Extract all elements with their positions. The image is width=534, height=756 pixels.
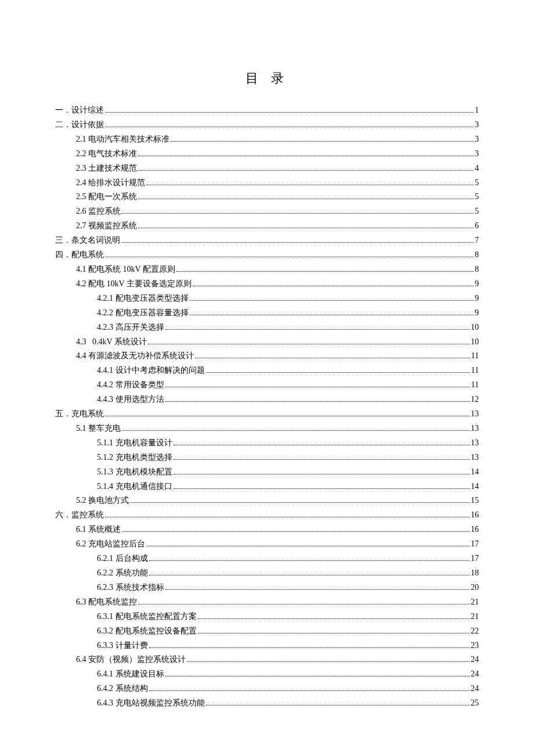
toc-leader-dots	[146, 177, 474, 185]
toc-entry: 6.3.3 计量计费23	[97, 639, 479, 653]
toc-entry: 六．监控系统16	[55, 508, 479, 523]
toc-entry-label: 6.3.1 配电系统监控配置方案	[97, 610, 197, 624]
toc-leader-dots	[122, 524, 470, 532]
toc-entry: 4.2.2 配电变压器容量选择9	[97, 306, 479, 321]
toc-entry-label: 4.2.3 高压开关选择	[97, 321, 164, 335]
toc-entry-label: 5.1.3 充电机模块配置	[97, 465, 172, 480]
toc-entry: 五．充电系统13	[55, 407, 479, 422]
toc-entry: 2.6 监控系统5	[76, 204, 479, 219]
toc-entry-label: 6.4.3 充电站视频监控系统功能	[97, 696, 205, 711]
toc-entry-page: 24	[471, 682, 479, 696]
toc-entry-page: 18	[471, 566, 479, 581]
toc-leader-dots	[190, 307, 474, 315]
toc-leader-dots	[193, 278, 474, 286]
toc-entry-page: 23	[471, 639, 479, 653]
toc-entry: 6.3 配电系统监控21	[76, 595, 479, 610]
toc-entry: 5.1.2 充电机类型选择13	[97, 451, 479, 465]
toc-leader-dots	[206, 365, 470, 373]
toc-entry: 4.2.1 配电变压器类型选择9	[97, 291, 479, 306]
toc-entry-label: 2.4 给排水设计规范	[76, 176, 145, 190]
toc-entry-label: 2.1 电动汽车相关技术标准	[76, 132, 169, 147]
toc-entry-page: 14	[471, 480, 479, 494]
toc-entry: 6.1 系统概述16	[76, 523, 479, 537]
toc-entry-label: 五．充电系统	[55, 407, 104, 422]
toc-entry-label: 4.4.3 使用选型方法	[97, 393, 164, 407]
toc-entry: 三．条文名词说明7	[55, 233, 479, 248]
toc-entry-page: 17	[471, 552, 479, 566]
toc-entry: 四．配电系统8	[55, 248, 479, 262]
toc-entry-label: 4.4.1 设计中考虑和解决的问题	[97, 363, 205, 378]
toc-entry-page: 11	[471, 349, 479, 363]
toc-entry-label: 5.1.1 充电机容量设计	[97, 436, 172, 451]
toc-entry-page: 10	[471, 321, 479, 335]
toc-entry: 6.4.2 系统结构24	[97, 682, 479, 696]
toc-entry-page: 9	[475, 277, 479, 291]
toc-entry-page: 11	[471, 378, 479, 393]
toc-entry-page: 5	[475, 190, 479, 204]
toc-leader-dots	[105, 249, 474, 257]
toc-entry-label: 6.1 系统概述	[76, 523, 121, 537]
toc-leader-dots	[198, 625, 470, 633]
toc-entry-page: 10	[471, 335, 479, 350]
toc-entry: 6.4 安防（视频）监控系统设计24	[76, 653, 479, 667]
toc-leader-dots	[190, 293, 474, 301]
toc-leader-dots	[165, 669, 470, 677]
toc-entry-label: 四．配电系统	[55, 248, 104, 262]
toc-entry: 6.2.1 后台构成17	[97, 552, 479, 566]
toc-entry: 5.1.1 充电机容量设计13	[97, 436, 479, 451]
toc-entry-label: 一．设计综述	[55, 103, 104, 118]
toc-entry-page: 22	[471, 624, 479, 639]
toc-leader-dots	[187, 654, 470, 663]
toc-entry-page: 8	[475, 262, 479, 277]
toc-entry-page: 13	[471, 422, 479, 436]
toc-entry-page: 14	[471, 465, 479, 480]
toc-entry-page: 3	[475, 132, 479, 147]
toc-entry-label: 5.1.2 充电机类型选择	[97, 451, 172, 465]
toc-entry-label: 2.3 土建技术规范	[76, 161, 137, 176]
toc-leader-dots	[122, 206, 474, 214]
toc-entry-page: 5	[475, 204, 479, 219]
toc-leader-dots	[174, 452, 470, 460]
toc-leader-dots	[149, 567, 470, 575]
toc-entry-page: 5	[475, 176, 479, 190]
toc-leader-dots	[122, 423, 470, 431]
toc-entry-page: 4	[475, 161, 479, 176]
toc-leader-dots	[148, 336, 470, 344]
toc-entry-page: 6	[475, 219, 479, 233]
toc-entry-page: 16	[471, 523, 479, 537]
toc-entry-page: 11	[471, 363, 479, 378]
toc-entry-page: 7	[475, 233, 479, 248]
toc-leader-dots	[165, 394, 470, 402]
toc-entry-label: 5.1 整车充电	[76, 422, 121, 436]
toc-entry-page: 9	[475, 306, 479, 321]
toc-entry-label: 六．监控系统	[55, 508, 104, 523]
toc-leader-dots	[174, 481, 470, 489]
toc-entry: 6.2 充电站监控后台17	[76, 537, 479, 552]
toc-entry-label: 6.2.2 系统功能	[97, 566, 148, 581]
toc-entry: 6.3.1 配电系统监控配置方案21	[97, 610, 479, 624]
toc-leader-dots	[138, 221, 474, 229]
toc-entry: 2.3 土建技术规范4	[76, 161, 479, 176]
toc-entry: 2.2 电气技术标准3	[76, 147, 479, 161]
toc-leader-dots	[206, 698, 470, 706]
toc-entry: 4.4 有源滤波及无功补偿系统设计11	[76, 349, 479, 363]
toc-entry: 4.2.3 高压开关选择10	[97, 321, 479, 335]
toc-entry-label: 6.2 充电站监控后台	[76, 537, 145, 552]
toc-entry-label: 4.4 有源滤波及无功补偿系统设计	[76, 349, 194, 363]
toc-entry-label: 4.3 0.4kV 系统设计	[76, 335, 147, 350]
toc-entry-page: 16	[471, 508, 479, 523]
toc-entry: 二．设计依据3	[55, 118, 479, 132]
toc-entry-label: 5.2 换电池方式	[76, 494, 129, 508]
toc-entry: 4.3 0.4kV 系统设计10	[76, 335, 479, 350]
toc-entry-page: 8	[475, 248, 479, 262]
toc-entry-label: 6.4.1 系统建设目标	[97, 667, 164, 682]
toc-leader-dots	[174, 466, 470, 474]
toc-entry-label: 2.6 监控系统	[76, 204, 121, 219]
toc-entry: 4.2 配电 10kV 主要设备选定原则9	[76, 277, 479, 291]
toc-title: 目 录	[55, 70, 479, 87]
document-page: 目 录 一．设计综述1二．设计依据32.1 电动汽车相关技术标准32.2 电气技…	[0, 0, 534, 756]
toc-leader-dots	[149, 553, 470, 561]
toc-entry: 5.1 整车充电13	[76, 422, 479, 436]
toc-entry: 2.5 配电一次系统5	[76, 190, 479, 204]
toc-entry: 5.2 换电池方式15	[76, 494, 479, 508]
